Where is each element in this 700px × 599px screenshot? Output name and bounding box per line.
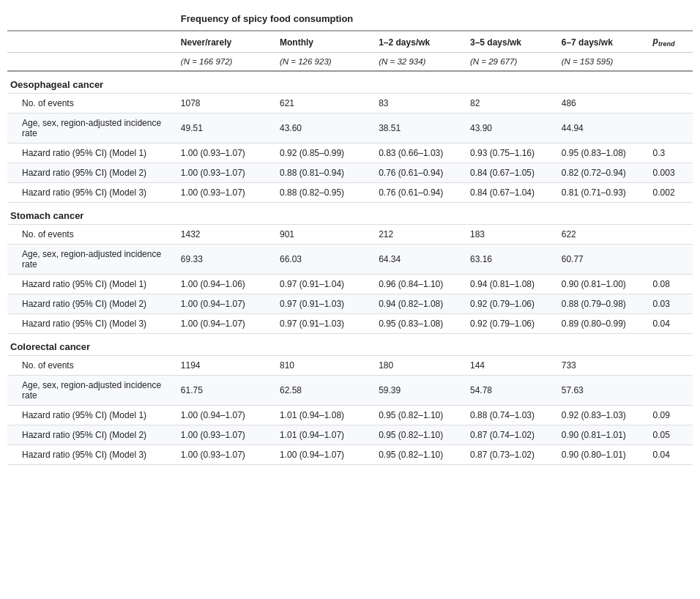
table-row: Hazard ratio (95% CI) (Model 1)1.00 (0.9… <box>7 275 693 294</box>
cell-ptrend: 0.003 <box>647 163 693 183</box>
col-subheader-row: (N = 166 972) (N = 126 923) (N = 32 934)… <box>7 53 693 72</box>
cell-label: Hazard ratio (95% CI) (Model 1) <box>7 144 175 163</box>
cell-sixSeven: 0.95 (0.83–1.08) <box>556 144 647 163</box>
col-ptrend: ptrend <box>647 31 693 53</box>
cell-oneTwo: 0.94 (0.82–1.08) <box>373 294 464 314</box>
cell-threeFive: 0.84 (0.67–1.05) <box>464 163 556 183</box>
cell-label: No. of events <box>7 356 175 376</box>
cell-label: Hazard ratio (95% CI) (Model 1) <box>7 275 175 294</box>
cell-threeFive: 0.88 (0.74–1.03) <box>464 406 556 425</box>
cell-never: 49.51 <box>175 114 274 144</box>
cell-never: 1.00 (0.94–1.07) <box>175 294 274 314</box>
cell-never: 69.33 <box>175 245 274 275</box>
cell-label: Age, sex, region-adjusted incidence rate <box>7 114 175 144</box>
cell-label: No. of events <box>7 94 175 114</box>
cell-monthly: 810 <box>274 356 373 376</box>
cell-label: Hazard ratio (95% CI) (Model 2) <box>7 163 175 183</box>
cell-ptrend: 0.3 <box>647 144 693 163</box>
cell-ptrend: 0.05 <box>647 425 693 445</box>
ptrend-sub: trend <box>658 40 675 48</box>
cell-oneTwo: 180 <box>373 356 464 376</box>
col-sixseven: 6–7 days/wk <box>556 31 647 53</box>
cell-threeFive: 0.92 (0.79–1.06) <box>464 294 556 314</box>
cell-threeFive: 0.93 (0.75–1.16) <box>464 144 556 163</box>
data-table: Frequency of spicy food consumption Neve… <box>7 7 693 465</box>
cell-never: 1.00 (0.93–1.07) <box>175 183 274 203</box>
section-header-0: Oesophageal cancer <box>7 71 693 94</box>
table-row: No. of events1432901212183622 <box>7 225 693 245</box>
cell-sixSeven: 733 <box>556 356 647 376</box>
table-row: Age, sex, region-adjusted incidence rate… <box>7 114 693 144</box>
cell-threeFive: 0.87 (0.73–1.02) <box>464 445 556 465</box>
cell-ptrend <box>647 114 693 144</box>
cell-threeFive: 54.78 <box>464 376 556 406</box>
cell-label: Hazard ratio (95% CI) (Model 2) <box>7 294 175 314</box>
freq-header-row: Frequency of spicy food consumption <box>7 7 693 31</box>
table-row: Hazard ratio (95% CI) (Model 2)1.00 (0.9… <box>7 163 693 183</box>
ptrend-label: p <box>653 36 658 46</box>
table-row: Hazard ratio (95% CI) (Model 2)1.00 (0.9… <box>7 294 693 314</box>
cell-never: 1432 <box>175 225 274 245</box>
cell-sixSeven: 0.82 (0.72–0.94) <box>556 163 647 183</box>
cell-label: Hazard ratio (95% CI) (Model 1) <box>7 406 175 425</box>
cell-sixSeven: 0.90 (0.81–1.00) <box>556 275 647 294</box>
sub-threefive: (N = 29 677) <box>464 53 556 72</box>
cell-never: 1.00 (0.94–1.07) <box>175 406 274 425</box>
cell-oneTwo: 0.96 (0.84–1.10) <box>373 275 464 294</box>
cell-monthly: 0.88 (0.81–0.94) <box>274 163 373 183</box>
cell-never: 1078 <box>175 94 274 114</box>
cell-label: Hazard ratio (95% CI) (Model 3) <box>7 183 175 203</box>
cell-never: 1194 <box>175 356 274 376</box>
cell-oneTwo: 0.95 (0.82–1.10) <box>373 445 464 465</box>
cell-sixSeven: 486 <box>556 94 647 114</box>
cell-sixSeven: 0.89 (0.80–0.99) <box>556 314 647 334</box>
cell-monthly: 66.03 <box>274 245 373 275</box>
cell-ptrend <box>647 245 693 275</box>
cell-oneTwo: 0.76 (0.61–0.94) <box>373 183 464 203</box>
cell-monthly: 0.88 (0.82–0.95) <box>274 183 373 203</box>
cell-oneTwo: 0.95 (0.83–1.08) <box>373 314 464 334</box>
cell-monthly: 1.01 (0.94–1.07) <box>274 425 373 445</box>
cell-oneTwo: 59.39 <box>373 376 464 406</box>
col-never: Never/rarely <box>175 31 274 53</box>
cell-oneTwo: 0.76 (0.61–0.94) <box>373 163 464 183</box>
cell-sixSeven: 622 <box>556 225 647 245</box>
cell-threeFive: 43.90 <box>464 114 556 144</box>
cell-threeFive: 82 <box>464 94 556 114</box>
table-body: Oesophageal cancerNo. of events107862183… <box>7 71 693 465</box>
cell-never: 1.00 (0.94–1.06) <box>175 275 274 294</box>
cell-monthly: 0.97 (0.91–1.03) <box>274 314 373 334</box>
freq-header-title: Frequency of spicy food consumption <box>175 7 693 31</box>
cell-ptrend <box>647 356 693 376</box>
cell-never: 1.00 (0.93–1.07) <box>175 425 274 445</box>
cell-monthly: 62.58 <box>274 376 373 406</box>
cell-ptrend: 0.03 <box>647 294 693 314</box>
cell-threeFive: 0.87 (0.74–1.02) <box>464 425 556 445</box>
cell-monthly: 901 <box>274 225 373 245</box>
cell-threeFive: 0.92 (0.79–1.06) <box>464 314 556 334</box>
cell-never: 61.75 <box>175 376 274 406</box>
cell-sixSeven: 0.88 (0.79–0.98) <box>556 294 647 314</box>
freq-header-empty <box>7 7 175 31</box>
cell-oneTwo: 83 <box>373 94 464 114</box>
cell-monthly: 1.00 (0.94–1.07) <box>274 445 373 465</box>
table-row: Hazard ratio (95% CI) (Model 1)1.00 (0.9… <box>7 406 693 425</box>
cell-monthly: 0.92 (0.85–0.99) <box>274 144 373 163</box>
cell-ptrend <box>647 225 693 245</box>
cell-ptrend: 0.04 <box>647 445 693 465</box>
cell-ptrend <box>647 376 693 406</box>
cell-monthly: 621 <box>274 94 373 114</box>
cell-never: 1.00 (0.93–1.07) <box>175 445 274 465</box>
cell-ptrend <box>647 94 693 114</box>
cell-sixSeven: 60.77 <box>556 245 647 275</box>
cell-monthly: 1.01 (0.94–1.08) <box>274 406 373 425</box>
cell-label: Hazard ratio (95% CI) (Model 3) <box>7 314 175 334</box>
col-threefive: 3–5 days/wk <box>464 31 556 53</box>
cell-label: Age, sex, region-adjusted incidence rate <box>7 376 175 406</box>
col-label <box>7 31 175 53</box>
cell-sixSeven: 0.90 (0.81–1.01) <box>556 425 647 445</box>
table-row: Hazard ratio (95% CI) (Model 3)1.00 (0.9… <box>7 314 693 334</box>
section-header-1: Stomach cancer <box>7 203 693 225</box>
sub-never: (N = 166 972) <box>175 53 274 72</box>
cell-monthly: 0.97 (0.91–1.04) <box>274 275 373 294</box>
